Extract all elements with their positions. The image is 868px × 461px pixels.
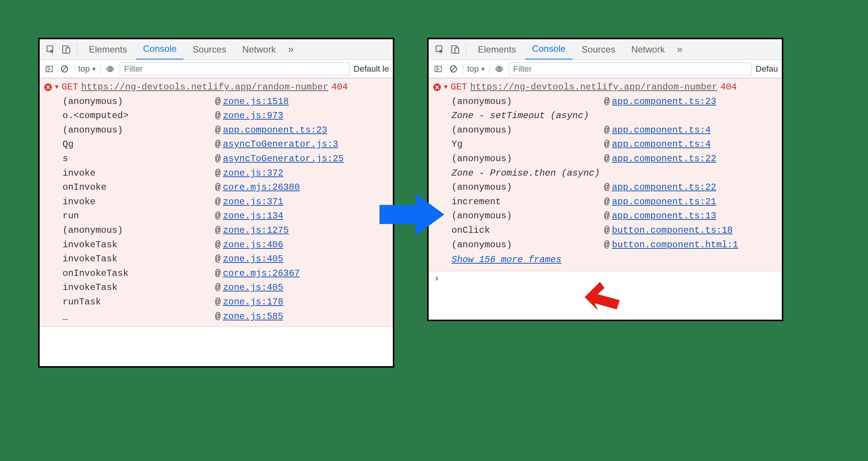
inspect-element-icon[interactable]: [433, 43, 446, 56]
device-toolbar-icon[interactable]: [59, 43, 72, 56]
http-status: 404: [331, 81, 348, 94]
at-symbol: @: [215, 253, 220, 266]
source-link[interactable]: zone.js:372: [223, 167, 283, 180]
at-symbol: @: [215, 124, 220, 137]
tab-sources[interactable]: Sources: [575, 39, 622, 60]
source-link[interactable]: asyncToGenerator.js:25: [223, 152, 344, 165]
at-symbol: @: [604, 124, 609, 137]
source-link[interactable]: app.component.ts:21: [612, 195, 716, 208]
context-selector[interactable]: top ▼: [467, 64, 485, 74]
stack-frame: o.<computed>@zone.js:973: [40, 109, 393, 123]
source-link[interactable]: app.component.ts:23: [612, 95, 716, 108]
stack-frame: (anonymous)@app.component.ts:23: [40, 123, 393, 138]
log-level-selector[interactable]: Default le: [354, 64, 389, 74]
stack-function: s: [63, 152, 215, 165]
context-label: top: [78, 64, 90, 74]
source-link[interactable]: button.component.ts:18: [612, 224, 733, 237]
tab-elements[interactable]: Elements: [471, 39, 523, 60]
source-link[interactable]: zone.js:371: [223, 195, 283, 208]
source-link[interactable]: zone.js:1518: [223, 95, 289, 108]
stack-function: runTask: [63, 296, 215, 309]
show-more-link[interactable]: Show 156 more frames: [452, 255, 561, 265]
more-tabs-icon[interactable]: »: [674, 43, 685, 55]
source-link[interactable]: core.mjs:26367: [223, 267, 300, 280]
at-symbol: @: [215, 138, 220, 151]
svg-rect-2: [66, 48, 70, 53]
source-link[interactable]: app.component.ts:4: [612, 124, 710, 137]
log-level-selector[interactable]: Defau: [755, 64, 778, 74]
stack-frame: (anonymous)@app.component.ts:22: [429, 180, 782, 195]
stack-frame: (anonymous)@button.component.html:1: [429, 238, 782, 252]
devtools-tabbar: Elements Console Sources Network »: [429, 39, 782, 60]
tab-console[interactable]: Console: [525, 39, 572, 60]
toggle-sidebar-icon[interactable]: [43, 63, 55, 75]
at-symbol: @: [215, 239, 220, 251]
source-link[interactable]: app.component.ts:22: [612, 152, 716, 165]
at-symbol: @: [215, 152, 220, 165]
expand-triangle-icon[interactable]: ▼: [55, 83, 59, 91]
context-selector[interactable]: top ▼: [78, 64, 96, 74]
clear-console-icon[interactable]: [59, 63, 70, 75]
tab-elements[interactable]: Elements: [82, 39, 134, 60]
request-url[interactable]: https://ng-devtools.netlify.app/random-n…: [81, 81, 328, 94]
source-link[interactable]: core.mjs:26380: [223, 181, 300, 194]
at-symbol: @: [604, 181, 609, 194]
source-link[interactable]: app.component.ts:13: [612, 210, 716, 222]
divider: [489, 64, 490, 74]
stack-frame: (anonymous)@zone.js:1275: [40, 223, 393, 238]
clear-console-icon[interactable]: [448, 63, 459, 75]
stack-function: (anonymous): [452, 181, 604, 194]
stack-function: (anonymous): [452, 124, 604, 137]
show-more-frames[interactable]: Show 156 more frames: [429, 252, 782, 268]
inspect-element-icon[interactable]: [44, 43, 57, 56]
error-header[interactable]: ▼ GET https://ng-devtools.netlify.app/ra…: [429, 80, 782, 94]
filter-input[interactable]: [120, 62, 350, 75]
tab-network[interactable]: Network: [624, 39, 672, 60]
red-arrow-annotation: [582, 279, 620, 309]
source-link[interactable]: button.component.html:1: [612, 239, 738, 251]
source-link[interactable]: asyncToGenerator.js:3: [223, 138, 338, 151]
toggle-sidebar-icon[interactable]: [432, 63, 444, 75]
stack-frame: onInvoke@core.mjs:26380: [40, 180, 393, 195]
stack-function: invokeTask: [63, 281, 215, 294]
stack-frame: invokeTask@zone.js:405: [40, 252, 393, 266]
chevron-down-icon: ▼: [92, 66, 97, 72]
source-link[interactable]: zone.js:405: [223, 253, 283, 266]
error-icon: [433, 83, 441, 91]
at-symbol: @: [604, 224, 609, 237]
error-header[interactable]: ▼ GET https://ng-devtools.netlify.app/ra…: [40, 80, 393, 94]
source-link[interactable]: zone.js:406: [223, 239, 283, 251]
source-link[interactable]: zone.js:405: [223, 281, 283, 294]
source-link[interactable]: zone.js:1275: [223, 224, 289, 237]
expand-triangle-icon[interactable]: ▼: [444, 83, 448, 91]
source-link[interactable]: zone.js:178: [223, 296, 283, 309]
source-link[interactable]: zone.js:134: [223, 210, 283, 222]
live-expression-icon[interactable]: [493, 63, 505, 75]
stack-frame: _@zone.js:585: [40, 309, 393, 324]
source-link[interactable]: zone.js:585: [223, 310, 283, 323]
http-method: GET: [451, 81, 467, 94]
at-symbol: @: [604, 210, 609, 222]
source-link[interactable]: app.component.ts:22: [612, 181, 716, 194]
more-tabs-icon[interactable]: »: [285, 43, 296, 55]
stack-frame: s@asyncToGenerator.js:25: [40, 152, 393, 166]
at-symbol: @: [215, 224, 220, 237]
at-symbol: @: [604, 195, 609, 208]
devtools-tabbar: Elements Console Sources Network »: [40, 39, 393, 60]
live-expression-icon[interactable]: [104, 63, 116, 75]
filter-input[interactable]: [509, 62, 752, 75]
source-link[interactable]: zone.js:973: [223, 109, 283, 122]
request-url[interactable]: https://ng-devtools.netlify.app/random-n…: [470, 81, 717, 94]
tab-network[interactable]: Network: [235, 39, 283, 60]
stack-frame: increment@app.component.ts:21: [429, 195, 782, 209]
tab-sources[interactable]: Sources: [186, 39, 233, 60]
source-link[interactable]: app.component.ts:23: [223, 124, 327, 137]
divider: [463, 64, 463, 74]
device-toolbar-icon[interactable]: [448, 43, 461, 56]
tab-console[interactable]: Console: [136, 39, 183, 60]
stack-frame: invokeTask@zone.js:406: [40, 238, 393, 252]
stack-function: (anonymous): [452, 95, 604, 108]
at-symbol: @: [215, 310, 220, 323]
zone-async-label: Zone - setTimeout (async): [429, 109, 782, 123]
source-link[interactable]: app.component.ts:4: [612, 138, 710, 151]
